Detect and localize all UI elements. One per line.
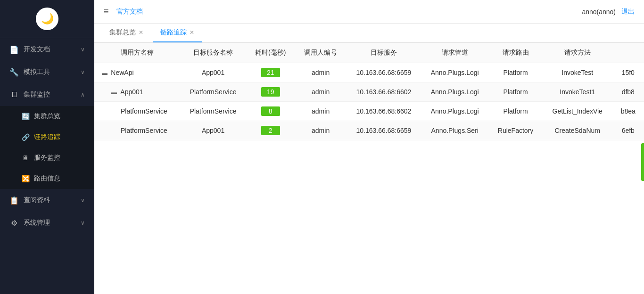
cluster-overview-label: 集群总览 bbox=[34, 112, 60, 121]
service-monitor-label: 服务监控 bbox=[34, 154, 60, 162]
cell-target-service-4: 10.163.66.68:6659 bbox=[347, 121, 421, 140]
caller-value-1: NewApi bbox=[111, 69, 133, 76]
trace-label: 链路追踪 bbox=[34, 133, 60, 141]
topbar-left: ≡ 官方文档 bbox=[104, 7, 143, 16]
cell-req-route-3: Platform bbox=[488, 102, 543, 121]
tab-trace-close[interactable]: ✕ bbox=[190, 30, 194, 35]
cluster-monitor-icon: 🖥 bbox=[9, 90, 19, 99]
topbar-right: anno(anno) 退出 bbox=[582, 8, 635, 16]
cell-extra-1: 15f0 bbox=[612, 63, 644, 82]
collapse-icon-2[interactable]: ▬ bbox=[111, 89, 118, 96]
route-info-label: 路由信息 bbox=[34, 174, 60, 183]
dev-docs-icon: 📄 bbox=[9, 45, 19, 54]
cell-req-method-2: InvokeTest1 bbox=[543, 82, 612, 102]
cell-req-method-3: GetList_IndexVie bbox=[543, 102, 612, 121]
table-row: PlatformService App001 2 admin 10.163.66… bbox=[94, 121, 644, 140]
sidebar-item-route-info[interactable]: 🔀 路由信息 bbox=[0, 168, 94, 189]
sim-tools-label: 模拟工具 bbox=[24, 68, 81, 76]
cluster-submenu: 🔄 集群总览 🔗 链路追踪 🖥 服务监控 🔀 路由信息 bbox=[0, 106, 94, 189]
cell-target-name-4: App001 bbox=[180, 121, 246, 140]
cell-caller-2: ▬ App001 bbox=[94, 82, 180, 102]
sidebar-item-cluster-overview[interactable]: 🔄 集群总览 bbox=[0, 106, 94, 127]
sys-manage-label: 系统管理 bbox=[24, 219, 81, 227]
scroll-indicator bbox=[641, 143, 644, 181]
table-row: PlatformService PlatformService 8 admin … bbox=[94, 102, 644, 121]
table-header-row: 调用方名称 目标服务名称 耗时(毫秒) 调用人编号 目标服务 请求管道 请求路由… bbox=[94, 43, 644, 63]
duration-badge-1: 21 bbox=[261, 68, 280, 77]
route-info-icon: 🔀 bbox=[21, 174, 30, 183]
col-duration: 耗时(毫秒) bbox=[246, 43, 295, 63]
sim-tools-icon: 🔧 bbox=[9, 67, 19, 77]
view-data-label: 查阅资料 bbox=[24, 196, 81, 204]
col-req-method: 请求方法 bbox=[543, 43, 612, 63]
cell-caller-3: PlatformService bbox=[94, 102, 180, 121]
cell-req-method-4: CreateSdaNum bbox=[543, 121, 612, 140]
cell-user-4: admin bbox=[295, 121, 347, 140]
cell-extra-3: b8ea bbox=[612, 102, 644, 121]
cell-req-route-4: RuleFactory bbox=[488, 121, 543, 140]
cell-caller-1: ▬ NewApi bbox=[94, 63, 180, 82]
col-target-service: 目标服务 bbox=[347, 43, 421, 63]
cell-req-route-1: Platform bbox=[488, 63, 543, 82]
docs-link[interactable]: 官方文档 bbox=[116, 8, 143, 16]
tab-trace[interactable]: 链路追踪 ✕ bbox=[153, 24, 202, 42]
logout-button[interactable]: 退出 bbox=[621, 8, 635, 16]
cluster-monitor-label: 集群监控 bbox=[24, 90, 81, 99]
cell-user-3: admin bbox=[295, 102, 347, 121]
cell-extra-2: dfb8 bbox=[612, 82, 644, 102]
menu-toggle-button[interactable]: ≡ bbox=[104, 7, 109, 16]
sidebar-item-cluster-monitor[interactable]: 🖥 集群监控 ∧ bbox=[0, 83, 94, 106]
sidebar-item-dev-docs[interactable]: 📄 开发文档 ∨ bbox=[0, 38, 94, 61]
table-row: ▬ NewApi App001 21 admin 10.163.66.68:66… bbox=[94, 63, 644, 82]
cell-target-service-1: 10.163.66.68:6659 bbox=[347, 63, 421, 82]
duration-badge-2: 19 bbox=[261, 87, 280, 97]
cell-target-name-1: App001 bbox=[180, 63, 246, 82]
cell-duration-4: 2 bbox=[246, 121, 295, 140]
dev-docs-label: 开发文档 bbox=[24, 45, 81, 54]
cell-duration-2: 19 bbox=[246, 82, 295, 102]
caller-value-3: PlatformService bbox=[121, 107, 167, 115]
cell-duration-1: 21 bbox=[246, 63, 295, 82]
caller-value-2: App001 bbox=[120, 88, 143, 96]
cell-extra-4: 6efb bbox=[612, 121, 644, 140]
cell-user-2: admin bbox=[295, 82, 347, 102]
cluster-monitor-arrow: ∧ bbox=[81, 91, 85, 98]
col-caller: 调用方名称 bbox=[94, 43, 180, 63]
logo-area: 🌙 bbox=[0, 0, 94, 38]
cell-req-route-2: Platform bbox=[488, 82, 543, 102]
col-req-channel: 请求管道 bbox=[421, 43, 488, 63]
sidebar-item-sim-tools[interactable]: 🔧 模拟工具 ∨ bbox=[0, 61, 94, 83]
cell-req-channel-4: Anno.Plugs.Seri bbox=[421, 121, 488, 140]
tabs-bar: 集群总览 ✕ 链路追踪 ✕ bbox=[94, 24, 644, 42]
sidebar-item-sys-manage[interactable]: ⚙ 系统管理 ∨ bbox=[0, 212, 94, 234]
cell-target-service-3: 10.163.66.68:6602 bbox=[347, 102, 421, 121]
main-content: ≡ 官方文档 anno(anno) 退出 集群总览 ✕ 链路追踪 ✕ 调用方名称… bbox=[94, 0, 644, 294]
cell-caller-4: PlatformService bbox=[94, 121, 180, 140]
cell-target-name-2: PlatformService bbox=[180, 82, 246, 102]
col-extra bbox=[612, 43, 644, 63]
sidebar-item-trace[interactable]: 🔗 链路追踪 bbox=[0, 127, 94, 147]
sys-manage-icon: ⚙ bbox=[9, 218, 19, 228]
collapse-icon-1[interactable]: ▬ bbox=[102, 70, 109, 76]
trace-icon: 🔗 bbox=[21, 132, 30, 142]
col-user: 调用人编号 bbox=[295, 43, 347, 63]
tab-cluster-overview-label: 集群总览 bbox=[109, 28, 136, 37]
sidebar-menu: 📄 开发文档 ∨ 🔧 模拟工具 ∨ 🖥 集群监控 ∧ 🔄 集群总览 🔗 链路追踪 bbox=[0, 38, 94, 294]
sidebar-item-view-data[interactable]: 📋 查阅资料 ∨ bbox=[0, 189, 94, 212]
tab-cluster-overview[interactable]: 集群总览 ✕ bbox=[102, 24, 151, 42]
sys-manage-arrow: ∨ bbox=[81, 220, 85, 226]
cell-target-name-3: PlatformService bbox=[180, 102, 246, 121]
service-monitor-icon: 🖥 bbox=[21, 153, 30, 163]
duration-badge-4: 2 bbox=[261, 126, 280, 135]
view-data-arrow: ∨ bbox=[81, 197, 85, 204]
col-target-name: 目标服务名称 bbox=[180, 43, 246, 63]
topbar: ≡ 官方文档 anno(anno) 退出 bbox=[94, 0, 644, 24]
tab-cluster-overview-close[interactable]: ✕ bbox=[139, 30, 143, 35]
user-label: anno(anno) bbox=[582, 8, 616, 16]
table-wrapper[interactable]: 调用方名称 目标服务名称 耗时(毫秒) 调用人编号 目标服务 请求管道 请求路由… bbox=[94, 42, 644, 294]
cell-req-channel-2: Anno.Plugs.Logi bbox=[421, 82, 488, 102]
content-area: 调用方名称 目标服务名称 耗时(毫秒) 调用人编号 目标服务 请求管道 请求路由… bbox=[94, 42, 644, 294]
sidebar-item-service-monitor[interactable]: 🖥 服务监控 bbox=[0, 147, 94, 168]
cluster-overview-icon: 🔄 bbox=[21, 112, 30, 121]
sim-tools-arrow: ∨ bbox=[81, 69, 85, 75]
